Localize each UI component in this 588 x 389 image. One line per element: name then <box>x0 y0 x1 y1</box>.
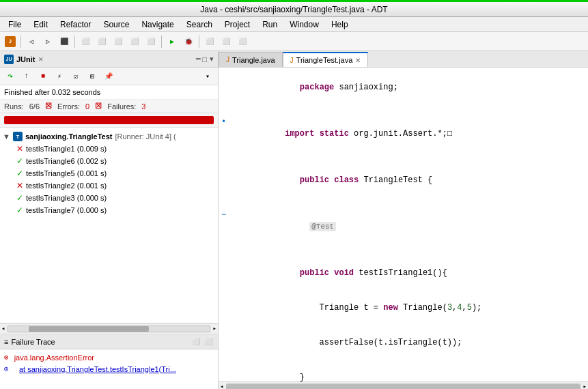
panel-minimize-btn[interactable]: ━ □ ▾ <box>196 55 214 63</box>
trace-error-line: ⊗ java.lang.AssertionError <box>4 351 214 363</box>
code-content-11: assertFalse(t.isTriangle(t)); <box>231 326 585 360</box>
trace-at-icon: ⊙ <box>4 364 14 373</box>
bottom-scroll-right[interactable]: ▸ <box>582 383 588 389</box>
horizontal-scrollbar[interactable]: ◂ ▸ <box>0 323 218 334</box>
junit-status: Finished after 0.032 seconds <box>0 85 218 100</box>
toolbar-btn-1[interactable]: ◁ <box>24 34 39 49</box>
bottom-scroll-thumb[interactable] <box>227 384 579 390</box>
fold-3: • <box>221 117 231 128</box>
trace-error-text: java.lang.AssertionError <box>14 354 94 362</box>
suite-name: sanjiaoxing.TriangleTest <box>25 132 113 141</box>
menu-window[interactable]: Window <box>284 18 324 31</box>
junit-scroll[interactable]: ⊞ <box>85 69 100 84</box>
toolbar-btn-7[interactable]: ⬜ <box>127 34 142 49</box>
minimize-icon: ━ <box>196 55 201 63</box>
tree-item-test3[interactable]: ✓ testIsTriangle3 (0.000 s) <box>0 192 218 204</box>
tree-item-test1[interactable]: ✕ testIsTriangle1 (0.009 s) <box>0 143 218 155</box>
java-button[interactable]: J <box>3 34 18 49</box>
test3-label: testIsTriangle3 (0.000 s) <box>26 194 107 202</box>
test1-icon: ✕ <box>16 144 23 154</box>
toolbar-btn-3[interactable]: ⬛ <box>57 34 72 49</box>
failure-trace-title: Failure Trace <box>11 338 55 346</box>
toolbar-btn-11[interactable]: ⬜ <box>235 34 250 49</box>
menu-help[interactable]: Help <box>326 18 354 31</box>
junit-pin[interactable]: 📌 <box>101 69 116 84</box>
toolbar-btn-10[interactable]: ⬜ <box>219 34 234 49</box>
menu-search[interactable]: Search <box>181 18 218 31</box>
toolbar-btn-run[interactable]: ▶ <box>165 34 180 49</box>
toolbar-btn-5[interactable]: ⬜ <box>94 34 109 49</box>
main-toolbar: J ◁ ▷ ⬛ ⬜ ⬜ ⬜ ⬜ ⬜ ▶ 🐞 ⬜ ⬜ ⬜ <box>0 32 588 51</box>
tree-item-test6[interactable]: ✓ testIsTriangle6 (0.002 s) <box>0 155 218 167</box>
tab-triangle[interactable]: J Triangle.java <box>219 52 283 67</box>
junit-prev-btn[interactable]: ↑ <box>19 69 34 84</box>
junit-show-all[interactable]: ☑ <box>68 69 83 84</box>
tree-item-test2[interactable]: ✕ testIsTriangle2 (0.001 s) <box>0 179 218 192</box>
toolbar-btn-debug[interactable]: 🐞 <box>181 34 196 49</box>
tab-triangletest-close[interactable]: ✕ <box>355 57 361 64</box>
menu-navigate[interactable]: Navigate <box>136 18 179 31</box>
scroll-right-btn[interactable]: ▸ <box>212 325 218 332</box>
test-tree[interactable]: ▼ T sanjiaoxing.TriangleTest [Runner: JU… <box>0 128 218 323</box>
runs-value: 6/6 <box>29 102 40 111</box>
trace-at-line[interactable]: ⊙ at sanjiaoxing.TriangleTest.testIsTria… <box>4 363 214 375</box>
code-content-6 <box>231 198 585 210</box>
code-content-4 <box>231 152 585 163</box>
failure-trace-section: ◂ ▸ ≡ Failure Trace ⬜ ⬜ ⊗ java.lang.As <box>0 323 218 389</box>
code-area[interactable]: package sanjiaoxing; • import static org… <box>219 68 588 381</box>
title-text: Java - ceshi/src/sanjiaoxing/TriangleTes… <box>200 5 387 14</box>
toolbar-btn-4[interactable]: ⬜ <box>78 34 93 49</box>
tab-triangle-icon: J <box>226 56 229 63</box>
trace-btn-1[interactable]: ⬜ <box>191 336 201 347</box>
code-line-4 <box>219 152 588 163</box>
menu-run[interactable]: Run <box>257 18 283 31</box>
tree-item-suite[interactable]: ▼ T sanjiaoxing.TriangleTest [Runner: JU… <box>0 130 218 143</box>
code-content-3: import static org.junit.Assert.*;□ <box>231 117 585 152</box>
tab-triangletest-icon: J <box>290 57 294 64</box>
junit-stop-btn[interactable]: ■ <box>36 69 51 84</box>
toolbar-btn-2[interactable]: ▷ <box>40 34 55 49</box>
scrollbar-thumb[interactable] <box>29 326 149 332</box>
scroll-left-btn[interactable]: ◂ <box>0 325 6 332</box>
code-line-7: − @Test <box>219 210 588 244</box>
editor-tabs: J Triangle.java J TriangleTest.java ✕ <box>219 51 588 68</box>
junit-show-only-fail[interactable]: ⚡ <box>52 69 67 84</box>
tree-item-test7[interactable]: ✓ testIsTriangle7 (0.000 s) <box>0 204 218 216</box>
trace-at-text[interactable]: at sanjiaoxing.TriangleTest.testIsTriang… <box>19 365 176 373</box>
test7-icon: ✓ <box>16 205 23 215</box>
junit-icon: JU <box>4 55 14 64</box>
fold-7: − <box>221 210 231 221</box>
test2-label: testIsTriangle2 (0.001 s) <box>26 182 107 190</box>
scrollbar-track[interactable] <box>8 326 210 332</box>
title-bar: Java - ceshi/src/sanjiaoxing/TriangleTes… <box>0 2 588 17</box>
test2-icon: ✕ <box>16 181 23 190</box>
toolbar-btn-8[interactable]: ⬜ <box>143 34 158 49</box>
toolbar-btn-6[interactable]: ⬜ <box>111 34 126 49</box>
junit-panel-title: JUnit <box>16 55 36 63</box>
bottom-scrollbar[interactable]: ◂ ▸ <box>219 381 588 389</box>
menu-source[interactable]: Source <box>98 18 135 31</box>
bottom-scroll-left[interactable]: ◂ <box>219 383 225 389</box>
close-icon: ▾ <box>210 55 214 63</box>
failures-value: 3 <box>141 102 145 111</box>
tree-item-test5[interactable]: ✓ testIsTriangle5 (0.001 s) <box>0 167 218 179</box>
menu-project[interactable]: Project <box>219 18 255 31</box>
toolbar-separator-1 <box>20 35 21 48</box>
junit-panel: JU JUnit ✕ ━ □ ▾ ↷ ↑ ■ ⚡ ☑ ⊞ 📌 ▾ Finishe… <box>0 51 219 389</box>
junit-more-btn[interactable]: ▾ <box>200 69 215 84</box>
toolbar-btn-9[interactable]: ⬜ <box>202 34 217 49</box>
menu-refactor[interactable]: Refactor <box>55 18 96 31</box>
code-content-2 <box>231 105 585 117</box>
menu-file[interactable]: File <box>3 18 27 31</box>
junit-rerun-btn[interactable]: ↷ <box>3 69 18 84</box>
tab-triangletest[interactable]: J TriangleTest.java ✕ <box>283 52 369 67</box>
runs-label: Runs: <box>4 102 24 111</box>
toolbar-separator-2 <box>74 35 75 48</box>
test1-label: testIsTriangle1 (0.009 s) <box>26 145 107 153</box>
test7-label: testIsTriangle7 (0.000 s) <box>26 206 107 214</box>
code-content-8 <box>231 244 585 256</box>
bottom-scroll-track[interactable] <box>226 384 580 390</box>
junit-stats: Runs: 6/6 ☒ Errors: 0 ☒ Failures: 3 <box>0 100 218 113</box>
trace-btn-2[interactable]: ⬜ <box>203 336 214 347</box>
menu-edit[interactable]: Edit <box>28 18 53 31</box>
